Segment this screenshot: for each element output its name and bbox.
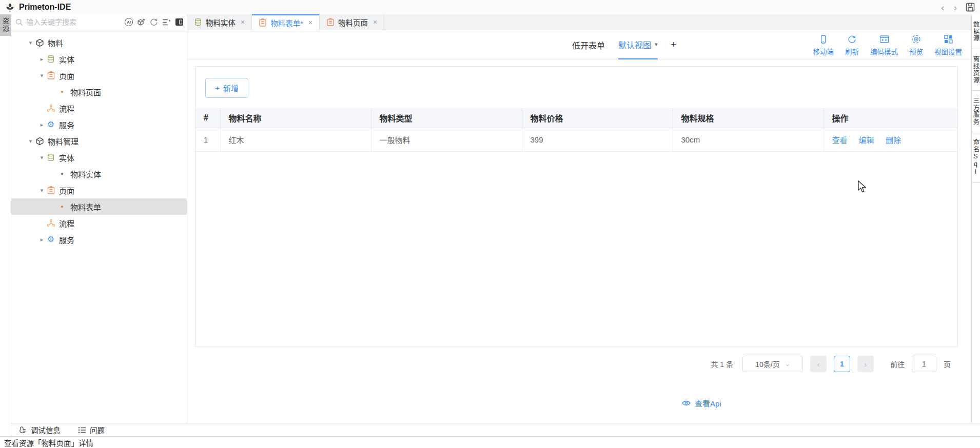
tree-item-page-group-2[interactable]: ▾ 页面 bbox=[11, 182, 187, 198]
prev-page-button[interactable]: ‹ bbox=[810, 356, 827, 372]
cell-spec: 30cm bbox=[673, 128, 824, 152]
rail-tab-datasource[interactable]: 数据源 bbox=[972, 14, 980, 49]
status-bar: 查看资源「物料页面」详情 bbox=[0, 436, 980, 448]
tree-item-page-group[interactable]: ▾ 页面 bbox=[11, 67, 187, 84]
mobile-icon bbox=[818, 34, 828, 44]
add-view-button[interactable]: + bbox=[671, 30, 677, 59]
problems-list-icon bbox=[78, 426, 86, 434]
page-form-icon bbox=[46, 186, 56, 194]
rail-tab-named-sql[interactable]: 命名Sql bbox=[972, 132, 980, 183]
left-activity-rail: 资源 bbox=[0, 14, 11, 436]
preview-eye-icon bbox=[911, 34, 921, 44]
debug-info-tab[interactable]: 调试信息 bbox=[18, 424, 61, 435]
add-record-button[interactable]: + 新增 bbox=[205, 78, 248, 98]
cell-price: 399 bbox=[522, 128, 673, 152]
rail-tab-resources[interactable]: 资源 bbox=[0, 14, 11, 36]
search-input[interactable] bbox=[26, 18, 125, 26]
chevron-down-icon[interactable]: ▾ bbox=[38, 154, 46, 161]
tab-material-entity[interactable]: 物料实体 × bbox=[187, 14, 252, 30]
panel-mode-icon[interactable] bbox=[175, 18, 184, 26]
page-size-select[interactable]: 10条/页 ⌄ bbox=[742, 356, 803, 372]
ai-assistant-icon[interactable]: AI bbox=[125, 18, 133, 26]
tree-item-service-group[interactable]: ▸ ⚙ 服务 bbox=[11, 116, 187, 133]
tree-item-material-page[interactable]: ● 物料页面 bbox=[11, 84, 187, 100]
rail-tab-label: 数据源 bbox=[971, 21, 980, 42]
cell-index: 1 bbox=[195, 128, 220, 152]
red-dot-icon: ● bbox=[61, 205, 63, 209]
chevron-right-icon[interactable]: ▸ bbox=[38, 121, 46, 128]
close-icon[interactable]: × bbox=[241, 18, 245, 26]
rail-tab-offline-resources[interactable]: 离线资源 bbox=[972, 49, 980, 91]
gear-icon: ⚙ bbox=[47, 120, 54, 129]
add-record-label: 新增 bbox=[223, 83, 239, 93]
plus-icon: + bbox=[215, 84, 220, 92]
material-table: # 物料名称 物料类型 物料价格 物料规格 操作 bbox=[195, 108, 957, 152]
close-icon[interactable]: × bbox=[373, 18, 377, 26]
page-form-icon bbox=[326, 18, 335, 26]
table-header-row: # 物料名称 物料类型 物料价格 物料规格 操作 bbox=[195, 108, 957, 128]
tree-item-service-group-2[interactable]: ▸ ⚙ 服务 bbox=[11, 231, 187, 248]
tree-item-material-entity[interactable]: ● 物料实体 bbox=[11, 166, 187, 182]
tree-item-material-mgmt-pkg[interactable]: ▾ 物料管理 bbox=[11, 133, 187, 149]
preview-button[interactable]: 预览 bbox=[909, 34, 923, 56]
refresh-view-button[interactable]: 刷新 bbox=[845, 34, 859, 56]
mobile-view-button[interactable]: 移动端 bbox=[813, 34, 834, 56]
table-card: + 新增 # 物料名称 bbox=[195, 66, 958, 347]
code-window-icon bbox=[879, 34, 889, 44]
tab-label: 物料表单* bbox=[270, 17, 303, 28]
package-icon bbox=[34, 137, 45, 146]
tree-item-label: 流程 bbox=[59, 218, 74, 229]
rail-tab-thirdparty-services[interactable]: 三方服务 bbox=[972, 91, 980, 132]
nav-back-icon[interactable]: ‹ bbox=[936, 3, 949, 12]
problems-tab[interactable]: 问题 bbox=[78, 424, 105, 435]
refresh-tree-icon[interactable] bbox=[150, 18, 158, 26]
save-icon[interactable] bbox=[966, 3, 975, 12]
app-logo-icon bbox=[5, 3, 15, 12]
col-header-actions: 操作 bbox=[824, 108, 957, 128]
code-mode-button[interactable]: 编码模式 bbox=[870, 34, 898, 56]
col-header-type: 物料类型 bbox=[371, 108, 522, 128]
chevron-down-icon[interactable]: ▾ bbox=[38, 187, 46, 194]
sidebar-search-row: AI bbox=[11, 14, 187, 30]
tab-label: 物料页面 bbox=[338, 17, 368, 28]
view-settings-button[interactable]: 视图设置 bbox=[934, 34, 962, 56]
table-row: 1 红木 一般物料 399 30cm 查看 编辑 删除 bbox=[195, 128, 957, 152]
current-page-button[interactable]: 1 bbox=[834, 356, 850, 372]
view-tab-label: 默认视图 bbox=[618, 38, 651, 51]
action-label: 编码模式 bbox=[870, 46, 898, 56]
action-label: 视图设置 bbox=[934, 46, 962, 56]
entity-db-icon bbox=[194, 18, 202, 26]
tree-item-label: 实体 bbox=[59, 152, 74, 163]
view-tab-lowcode-form[interactable]: 低开表单 bbox=[572, 30, 605, 59]
chevron-down-icon[interactable]: ▾ bbox=[27, 138, 34, 145]
view-api-link[interactable]: 查看Api bbox=[682, 398, 721, 409]
goto-page-input[interactable] bbox=[912, 356, 936, 372]
eye-icon bbox=[682, 400, 691, 406]
chevron-down-icon[interactable]: ▾ bbox=[38, 72, 46, 79]
tree-item-entity-group[interactable]: ▸ 实体 bbox=[11, 51, 187, 67]
close-icon[interactable]: × bbox=[308, 18, 312, 27]
chevron-down-icon[interactable]: ▾ bbox=[655, 41, 658, 48]
tree-item-material-pkg[interactable]: ▾ 物料 bbox=[11, 34, 187, 51]
edit-link[interactable]: 编辑 bbox=[859, 136, 874, 145]
search-icon bbox=[15, 18, 23, 26]
chevron-down-icon[interactable]: ▾ bbox=[27, 39, 34, 46]
view-link[interactable]: 查看 bbox=[832, 136, 848, 145]
tree-item-entity-group-2[interactable]: ▾ 实体 bbox=[11, 149, 187, 166]
debug-icon bbox=[18, 426, 27, 434]
refresh-icon bbox=[847, 34, 857, 44]
tab-material-page[interactable]: 物料页面 × bbox=[320, 14, 384, 30]
tree-item-flow-group[interactable]: 流程 bbox=[11, 100, 187, 116]
new-module-icon[interactable] bbox=[137, 18, 146, 27]
view-tab-default-view[interactable]: 默认视图 ▾ bbox=[618, 30, 658, 59]
outline-icon[interactable] bbox=[162, 18, 171, 26]
chevron-right-icon[interactable]: ▸ bbox=[38, 236, 46, 243]
col-header-index: # bbox=[195, 108, 220, 128]
chevron-right-icon[interactable]: ▸ bbox=[38, 56, 46, 63]
tab-material-form[interactable]: 物料表单* × bbox=[252, 14, 320, 30]
nav-forward-icon[interactable]: › bbox=[949, 3, 962, 12]
next-page-button[interactable]: › bbox=[857, 356, 874, 372]
tree-item-material-form[interactable]: ● 物料表单 bbox=[11, 198, 187, 215]
tree-item-flow-group-2[interactable]: 流程 bbox=[11, 215, 187, 231]
delete-link[interactable]: 删除 bbox=[886, 136, 901, 145]
